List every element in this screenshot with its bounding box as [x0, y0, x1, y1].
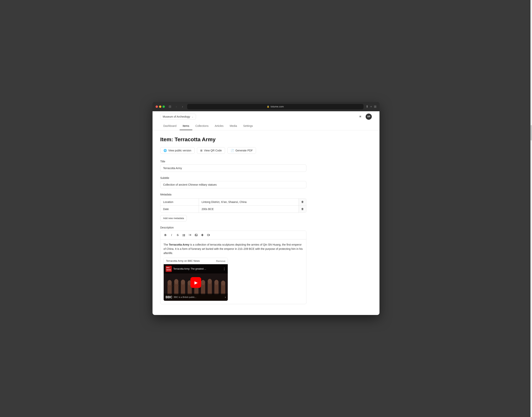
description-editor: B I S: [160, 231, 306, 304]
play-icon: ▶: [195, 279, 198, 286]
video-expand-icon[interactable]: ›: [225, 295, 226, 299]
title-input[interactable]: [160, 165, 306, 172]
add-metadata-label: Add new metadata: [163, 217, 184, 220]
theme-toggle-button[interactable]: ☀: [357, 114, 363, 120]
metadata-table: Location 🗑 Date 🗑: [160, 198, 306, 213]
new-tab-button[interactable]: +: [370, 105, 372, 108]
subtitle-label: Subtitle: [160, 177, 337, 179]
video-caption: Terracotta Army on BBC News: [166, 259, 200, 263]
back-button[interactable]: ‹: [174, 104, 179, 109]
metadata-key-location: Location: [160, 198, 199, 205]
app-header: Museum of Archeology ⌄ ☀ VP Dashboard It…: [152, 111, 380, 130]
browser-chrome: ⊟ ‹ › 🔒 totume.com ⬆ + ⊞: [152, 102, 380, 111]
tab-articles[interactable]: Articles: [212, 122, 227, 130]
toolbar-numbered-list[interactable]: 1. 2.: [187, 232, 193, 238]
video-caption-bar: Terracotta Army on BBC News Remove: [164, 258, 228, 264]
action-bar: 🌐 View public version ⊞ View QR Code 📄 G…: [160, 147, 337, 154]
page-main: Item: Terracotta Army 🌐 View public vers…: [152, 130, 345, 315]
svg-rect-1: [184, 234, 185, 235]
svg-rect-12: [207, 234, 209, 236]
toolbar-strikethrough[interactable]: S: [175, 232, 180, 238]
lock-icon: 🔒: [267, 105, 270, 108]
editor-content[interactable]: The Terracotta Army is a collection of t…: [160, 240, 306, 304]
description-section: Description B I S: [160, 226, 337, 304]
svg-rect-9: [190, 235, 191, 236]
trash-icon: 🗑: [301, 200, 304, 203]
svg-rect-7: [190, 234, 191, 235]
url-text: totume.com: [271, 105, 284, 108]
metadata-key-date: Date: [160, 206, 199, 213]
qr-icon: ⊞: [200, 149, 203, 152]
video-remove-label: Remove: [216, 260, 225, 262]
user-avatar[interactable]: VP: [366, 114, 372, 120]
video-thumbnail[interactable]: BBCNEWS Terracotta Army: The greatest ..…: [164, 264, 228, 301]
description-label: Description: [160, 226, 337, 229]
add-metadata-button[interactable]: Add new metadata: [160, 215, 187, 221]
close-button[interactable]: [156, 105, 158, 108]
toolbar-bold[interactable]: B: [163, 232, 168, 238]
avatar-label: VP: [367, 115, 370, 118]
header-actions: ☀ VP: [357, 114, 372, 120]
browser-actions: ⬆ + ⊞: [366, 105, 376, 108]
pdf-icon: 📄: [231, 149, 234, 152]
subtitle-input[interactable]: [160, 181, 306, 188]
svg-rect-5: [184, 236, 185, 236]
browser-window: ⊟ ‹ › 🔒 totume.com ⬆ + ⊞ Museum of Arche…: [152, 102, 380, 315]
metadata-row-date: Date 🗑: [160, 206, 306, 213]
metadata-value-date[interactable]: [199, 206, 299, 213]
title-label: Title: [160, 160, 337, 163]
metadata-row-location: Location 🗑: [160, 198, 306, 206]
toolbar-audio[interactable]: [200, 232, 205, 238]
tab-items[interactable]: Items: [180, 122, 192, 130]
title-section: Title: [160, 160, 337, 172]
globe-icon: 🌐: [163, 149, 167, 152]
traffic-lights: [156, 105, 165, 108]
toolbar-image[interactable]: [194, 232, 199, 238]
org-name: Museum of Archeology: [163, 115, 190, 118]
svg-rect-3: [184, 235, 185, 235]
share-button[interactable]: ⬆: [366, 105, 368, 108]
trash-icon-2: 🗑: [301, 208, 304, 210]
svg-point-0: [183, 234, 183, 235]
video-description: BBC is a British public...: [174, 296, 224, 299]
subtitle-section: Subtitle: [160, 177, 337, 188]
video-remove-button[interactable]: Remove: [216, 260, 225, 262]
metadata-label: Metadata: [160, 193, 337, 196]
generate-pdf-button[interactable]: 📄 Generate PDF: [227, 147, 256, 154]
view-public-label: View public version: [168, 149, 191, 152]
org-chevron-icon: ⌄: [192, 115, 194, 118]
org-selector[interactable]: Museum of Archeology ⌄: [160, 114, 196, 120]
view-qr-button[interactable]: ⊞ View QR Code: [197, 147, 225, 154]
tabs-button[interactable]: ⊞: [374, 105, 376, 108]
page-content: Museum of Archeology ⌄ ☀ VP Dashboard It…: [152, 111, 380, 315]
metadata-section: Metadata Location 🗑 Date 🗑: [160, 193, 337, 221]
minimize-button[interactable]: [159, 105, 161, 108]
address-bar[interactable]: 🔒 totume.com: [187, 104, 364, 109]
tab-settings[interactable]: Settings: [240, 122, 256, 130]
metadata-delete-location[interactable]: 🗑: [299, 198, 306, 205]
page-title: Item: Terracotta Army: [160, 136, 337, 143]
description-bold: Terracotta Army: [169, 243, 189, 246]
app-top-bar: Museum of Archeology ⌄ ☀ VP: [160, 111, 372, 122]
svg-text:2.: 2.: [189, 235, 189, 236]
tab-media[interactable]: Media: [227, 122, 240, 130]
sidebar-toggle-button[interactable]: ⊟: [167, 105, 173, 109]
toolbar-bullet-list[interactable]: [181, 232, 186, 238]
view-qr-label: View QR Code: [204, 149, 222, 152]
description-before: The: [163, 243, 169, 246]
toolbar-italic[interactable]: I: [169, 232, 174, 238]
tab-dashboard[interactable]: Dashboard: [160, 122, 180, 130]
nav-tabs: Dashboard Items Collections Articles Med…: [160, 122, 372, 130]
play-button[interactable]: ▶: [190, 277, 201, 288]
maximize-button[interactable]: [163, 105, 165, 108]
toolbar-video[interactable]: [206, 232, 211, 238]
view-public-button[interactable]: 🌐 View public version: [160, 147, 195, 154]
tab-collections[interactable]: Collections: [192, 122, 212, 130]
generate-pdf-label: Generate PDF: [235, 149, 253, 152]
svg-point-4: [183, 236, 183, 236]
metadata-value-location[interactable]: [199, 198, 299, 205]
metadata-delete-date[interactable]: 🗑: [299, 206, 306, 213]
editor-toolbar: B I S: [160, 231, 306, 240]
svg-rect-10: [195, 234, 197, 236]
forward-button[interactable]: ›: [180, 104, 185, 109]
